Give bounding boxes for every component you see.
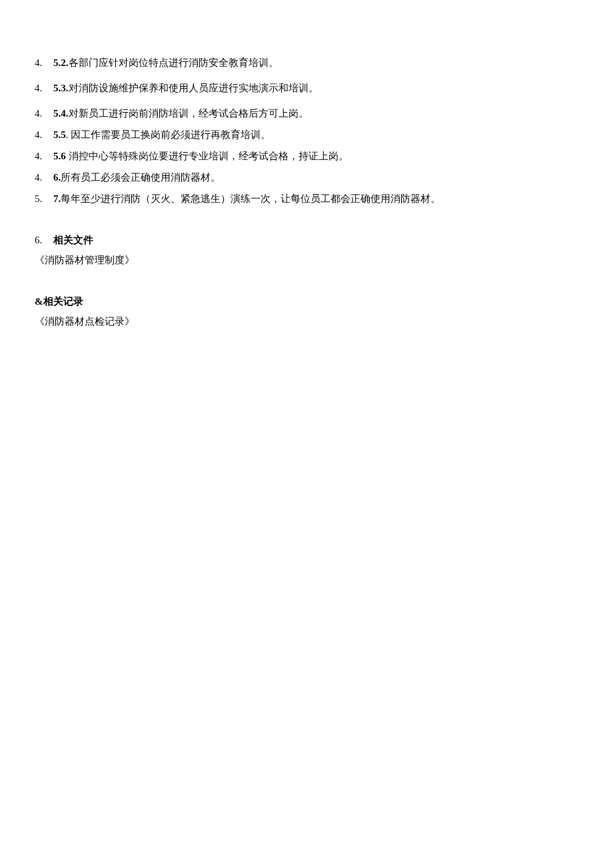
- item-content: 5.6 消控中心等特殊岗位要进行专业培训，经考试合格，持证上岗。: [53, 148, 348, 164]
- section-body-related-records: 《消防器材点检记录》: [35, 313, 578, 329]
- list-item: 4. 5.3.对消防设施维护保养和使用人员应进行实地演示和培训。: [35, 80, 578, 96]
- item-text: 每年至少进行消防（灭火、紧急逃生）演练一次，让每位员工都会正确使用消防器材。: [61, 193, 440, 204]
- item-text: . 因工作需要员工换岗前必须进行再教育培训。: [66, 129, 271, 140]
- section-title: 相关记录: [43, 296, 83, 307]
- list-item: 4. 5.4.对新员工进行岗前消防培训，经考试合格后方可上岗。: [35, 105, 578, 121]
- item-text: 各部门应针对岗位特点进行消防安全教育培训。: [69, 57, 279, 68]
- item-text: 对新员工进行岗前消防培训，经考试合格后方可上岗。: [69, 108, 308, 119]
- item-prefix: 4.: [35, 169, 53, 185]
- item-prefix: 5.: [35, 191, 53, 207]
- item-content: 7.每年至少进行消防（灭火、紧急逃生）演练一次，让每位员工都会正确使用消防器材。: [53, 191, 440, 207]
- item-text: 对消防设施维护保养和使用人员应进行实地演示和培训。: [69, 83, 318, 93]
- section-number: 6.: [35, 232, 53, 248]
- item-label: 5.5: [53, 129, 66, 140]
- item-prefix: 4.: [35, 148, 53, 164]
- section-title: 相关文件: [53, 232, 93, 248]
- item-text: 消控中心等特殊岗位要进行专业培训，经考试合格，持证上岗。: [66, 151, 348, 161]
- section-heading-related-docs: 6. 相关文件: [35, 232, 578, 248]
- item-text: 所有员工必须会正确使用消防器材。: [61, 172, 221, 183]
- item-label: 5.6: [53, 151, 66, 161]
- item-content: 5.5. 因工作需要员工换岗前必须进行再教育培训。: [53, 127, 271, 143]
- section-body-related-docs: 《消防器材管理制度》: [35, 252, 578, 268]
- item-content: 6.所有员工必须会正确使用消防器材。: [53, 169, 221, 185]
- list-item: 5. 7.每年至少进行消防（灭火、紧急逃生）演练一次，让每位员工都会正确使用消防…: [35, 191, 578, 207]
- list-item: 4. 5.2.各部门应针对岗位特点进行消防安全教育培训。: [35, 55, 578, 71]
- item-prefix: 4.: [35, 80, 53, 96]
- document-content: 4. 5.2.各部门应针对岗位特点进行消防安全教育培训。 4. 5.3.对消防设…: [35, 55, 578, 329]
- section-heading-related-records: &相关记录: [35, 293, 578, 309]
- item-label: 5.3.: [53, 83, 69, 93]
- ampersand-symbol: &: [35, 296, 43, 307]
- item-content: 5.2.各部门应针对岗位特点进行消防安全教育培训。: [53, 55, 279, 71]
- item-prefix: 4.: [35, 127, 53, 143]
- item-label: 5.2.: [53, 57, 69, 68]
- item-label: 6.: [53, 172, 61, 183]
- list-item: 4. 5.5. 因工作需要员工换岗前必须进行再教育培训。: [35, 127, 578, 143]
- list-item: 4. 5.6 消控中心等特殊岗位要进行专业培训，经考试合格，持证上岗。: [35, 148, 578, 164]
- item-content: 5.3.对消防设施维护保养和使用人员应进行实地演示和培训。: [53, 80, 318, 96]
- item-label: 7.: [53, 193, 61, 204]
- item-label: 5.4.: [53, 108, 69, 119]
- item-content: 5.4.对新员工进行岗前消防培训，经考试合格后方可上岗。: [53, 105, 308, 121]
- list-item: 4. 6.所有员工必须会正确使用消防器材。: [35, 169, 578, 185]
- item-prefix: 4.: [35, 55, 53, 71]
- item-prefix: 4.: [35, 105, 53, 121]
